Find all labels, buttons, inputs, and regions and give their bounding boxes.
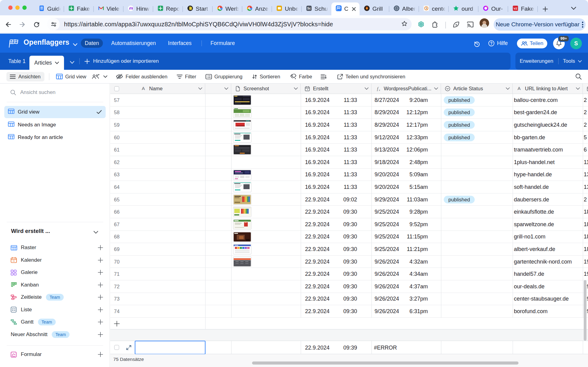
tab-articles[interactable]: Articles bbox=[29, 56, 64, 70]
browser-tab[interactable]: Unbe bbox=[272, 2, 302, 15]
cast-icon[interactable] bbox=[465, 19, 476, 30]
sidebar-view-grid-view[interactable]: Grid view bbox=[4, 106, 106, 118]
workspace-chevron-icon[interactable] bbox=[73, 42, 77, 47]
add-view-plus-icon[interactable] bbox=[98, 282, 103, 288]
add-view-plus-icon[interactable] bbox=[98, 307, 103, 313]
browser-tab[interactable]: Start bbox=[183, 2, 213, 15]
create-view-kalender[interactable]: 31Kalender bbox=[11, 254, 103, 266]
browser-tab[interactable]: Fake bbox=[64, 2, 94, 15]
add-view-plus-icon[interactable] bbox=[98, 257, 103, 263]
add-row-button[interactable] bbox=[110, 318, 588, 329]
create-view-raster[interactable]: Raster bbox=[11, 242, 103, 254]
screenshot-thumbnail[interactable] bbox=[233, 244, 251, 254]
back-icon[interactable] bbox=[3, 19, 14, 30]
horizontal-scrollbar[interactable] bbox=[252, 361, 518, 365]
browser-tab[interactable]: Alber bbox=[389, 2, 419, 15]
address-bar[interactable]: https://airtable.com/appa3i7uwxquuz82n/t… bbox=[47, 18, 412, 30]
row-height-button[interactable] bbox=[321, 70, 326, 83]
table-row-71[interactable]: 7122.9.202409:309/26/20244:34amhandel57.… bbox=[110, 268, 588, 280]
workspace-name[interactable]: Openflaggers bbox=[24, 38, 69, 47]
table-row-66[interactable]: 6622.9.202409:309/25/20249:28pmeinkaufsf… bbox=[110, 206, 588, 218]
user-avatar[interactable]: S bbox=[570, 38, 582, 49]
screenshot-thumbnail[interactable] bbox=[233, 207, 251, 217]
table-row-60[interactable]: 6016.9.202411:339/12/202412:33pmpublishe… bbox=[110, 131, 588, 144]
browser-tab[interactable]: Werb bbox=[213, 2, 242, 15]
search-icon[interactable] bbox=[575, 73, 582, 81]
browser-profile-avatar[interactable] bbox=[480, 18, 489, 28]
table-row-74[interactable]: 7422.9.202409:309/26/20246:31pmborofund.… bbox=[110, 305, 588, 318]
extension-hexagon-icon[interactable] bbox=[416, 19, 427, 30]
table-row-59[interactable]: 5916.9.202411:338/29/202412:17pmpublishe… bbox=[110, 119, 588, 131]
tab-table1[interactable]: Table 1 bbox=[8, 53, 25, 70]
browser-menu-kebab-icon[interactable] bbox=[582, 21, 583, 28]
tables-dropdown-chevron-icon[interactable] bbox=[70, 60, 74, 65]
table-row-58[interactable]: 5816.9.202411:338/29/202412:12pmpublishe… bbox=[110, 107, 588, 119]
add-view-plus-icon[interactable] bbox=[98, 245, 103, 250]
column-header-screenshot[interactable]: Screenshot bbox=[231, 84, 301, 94]
filter-button[interactable]: Filter bbox=[177, 70, 196, 83]
column-header-url-linking-to-alert[interactable]: AURL linking to Alert bbox=[513, 84, 583, 94]
sidebar-view-needs-an-image[interactable]: Needs an Image bbox=[4, 119, 106, 131]
column-header-col7[interactable]: 31 bbox=[583, 84, 588, 94]
create-view-neuer-abschnitt[interactable]: Neuer AbschnittTeam bbox=[11, 328, 103, 341]
screenshot-thumbnail[interactable] bbox=[233, 95, 251, 105]
new-tab-button[interactable] bbox=[541, 5, 549, 13]
view-search-input[interactable]: Ansicht suchen bbox=[10, 89, 55, 95]
views-sidebar-toggle-button[interactable]: Ansichten bbox=[6, 72, 44, 81]
group-button[interactable]: Gruppierung bbox=[205, 70, 243, 83]
column-header-col1[interactable] bbox=[205, 84, 231, 94]
tools-button[interactable]: Tools bbox=[563, 53, 582, 70]
screenshot-thumbnail[interactable] bbox=[233, 132, 251, 143]
browser-tab[interactable]: Repo bbox=[153, 2, 183, 15]
macos-close-button[interactable] bbox=[8, 6, 13, 10]
performance-leaf-icon[interactable] bbox=[450, 19, 462, 30]
table-row-64[interactable]: 6416.9.202411:339/20/20245:15amsoft-hand… bbox=[110, 181, 588, 193]
create-view-kanban[interactable]: Kanban bbox=[11, 279, 103, 291]
screenshot-thumbnail[interactable] bbox=[233, 194, 251, 205]
sidebar-view-ready-for-an-article[interactable]: Ready for an article bbox=[4, 131, 106, 144]
vertical-scrollbar[interactable] bbox=[584, 280, 586, 341]
select-all-checkbox[interactable] bbox=[114, 86, 119, 91]
browser-tab[interactable]: VZFakes bbox=[508, 2, 538, 15]
create-view-formular[interactable]: Formular bbox=[11, 348, 103, 361]
view-switcher-button[interactable]: Grid view bbox=[56, 70, 107, 83]
create-section-chevron-icon[interactable] bbox=[93, 230, 98, 235]
sort-button[interactable]: Sortieren bbox=[252, 70, 280, 83]
browser-tab[interactable]: cente bbox=[419, 2, 449, 15]
table-row-72[interactable]: 7222.9.202409:309/26/20244:37amour-deals… bbox=[110, 280, 588, 293]
table-row-61[interactable]: 6116.9.202411:339/13/202412:06pmtramaatv… bbox=[110, 144, 588, 156]
browser-tab[interactable]: ourd bbox=[449, 2, 478, 15]
screenshot-thumbnail[interactable] bbox=[233, 232, 251, 242]
browser-tab[interactable]: Viele bbox=[94, 2, 123, 15]
row-checkbox[interactable] bbox=[114, 345, 119, 350]
appnav-formulare[interactable]: Formulare bbox=[210, 39, 235, 48]
table-row-73[interactable]: 7322.9.202409:309/26/20243:27pmcenter-st… bbox=[110, 293, 588, 305]
table-row-67[interactable]: 6722.9.202409:309/25/20249:52pmsparweltz… bbox=[110, 218, 588, 231]
add-view-plus-icon[interactable] bbox=[98, 319, 103, 325]
column-header-name[interactable]: AName bbox=[110, 84, 205, 94]
appnav-automatisierungen[interactable]: Automatisierungen bbox=[111, 39, 156, 48]
extensions-button[interactable]: Erweiterungen bbox=[520, 53, 553, 70]
screenshot-thumbnail[interactable] bbox=[233, 120, 251, 130]
column-header-erstellt[interactable]: Erstellt bbox=[301, 84, 371, 94]
table-row-68[interactable]: 6822.9.202409:309/25/202411:15pmgrill-no… bbox=[110, 231, 588, 243]
table-row-63[interactable]: 6316.9.202411:339/20/20245:09amhype-hand… bbox=[110, 169, 588, 181]
screenshot-thumbnail[interactable] bbox=[233, 182, 251, 192]
appnav-interfaces[interactable]: Interfaces bbox=[168, 39, 192, 48]
active-cell[interactable] bbox=[135, 341, 205, 354]
create-view-zeitleiste[interactable]: ZeitleisteTeam bbox=[11, 291, 103, 303]
share-sync-button[interactable]: Teilen und synchronisieren bbox=[337, 70, 405, 83]
screenshot-thumbnail[interactable] bbox=[233, 170, 251, 180]
screenshot-thumbnail[interactable] bbox=[233, 257, 251, 267]
expand-record-icon[interactable] bbox=[126, 345, 131, 350]
tab-search-chevron-icon[interactable] bbox=[571, 6, 576, 11]
screenshot-thumbnail[interactable] bbox=[233, 107, 251, 118]
table-row-70[interactable]: 7022.9.202409:309/26/20244:32amgartentec… bbox=[110, 256, 588, 268]
reload-icon[interactable] bbox=[31, 19, 42, 30]
help-button[interactable]: Hilfe bbox=[488, 40, 508, 47]
extensions-puzzle-icon[interactable] bbox=[429, 19, 440, 30]
browser-tab[interactable]: Guide bbox=[34, 2, 64, 15]
table-row-69[interactable]: 6922.9.202409:309/25/202411:21pmalbert-v… bbox=[110, 243, 588, 256]
macos-zoom-button[interactable] bbox=[22, 6, 27, 10]
create-view-gantt[interactable]: GanttTeam bbox=[11, 316, 103, 328]
